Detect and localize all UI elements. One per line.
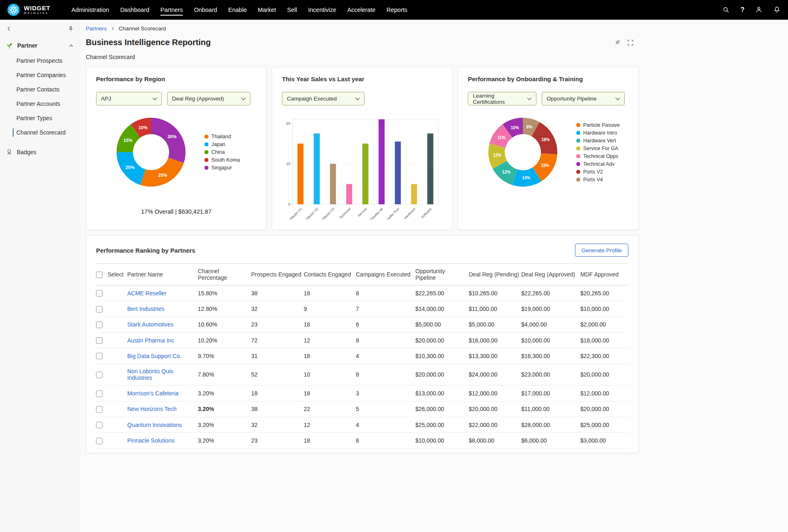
pin-icon[interactable] <box>68 26 74 32</box>
sales-select-value: Campaign Executed <box>287 96 337 102</box>
cell-channel: 3.20% <box>198 401 251 417</box>
bar-technical <box>346 184 352 204</box>
breadcrumb-current: Channel Scorecard <box>119 25 166 32</box>
sidebar-item-partner-companies[interactable]: Partner Companies <box>0 68 80 82</box>
cell-mdf: $12,000.00 <box>580 386 628 401</box>
legend-dot-singapur <box>204 166 208 170</box>
row-checkbox[interactable] <box>96 322 103 328</box>
cell-pipeline: $14,000.00 <box>415 301 469 317</box>
topnav-item-incentivize[interactable]: Incentivize <box>308 1 337 19</box>
sales-bar-chart: 01020Distributor V1Distributor V2Distrib… <box>282 116 442 219</box>
x-tick-label-reseller-alt: Reseller Alt <box>369 207 384 220</box>
legend-dot-ports-v4 <box>576 178 580 182</box>
partner-link-big-data-support-co[interactable]: Big Data Support Co. <box>127 353 181 359</box>
partner-link-quantum-innovations[interactable]: Quantum Innovations <box>127 422 182 428</box>
onboarding-metric-select[interactable]: Opportunity Pipeline <box>542 92 625 105</box>
partner-link-bert-industries[interactable]: Bert Industries <box>127 306 164 312</box>
table-row-morrison-s-cafeteria: Morrison's Cafeteria3.20%18183$13,000.00… <box>96 386 628 401</box>
sidebar-item-partner-contacts[interactable]: Partner Contacts <box>0 82 80 96</box>
topnav-item-onboard[interactable]: Onboard <box>194 1 217 19</box>
legend-dot-ports-v2 <box>576 170 580 174</box>
cell-mdf: $22,300.00 <box>580 348 628 364</box>
topnav-item-dashboard[interactable]: Dashboard <box>120 1 149 19</box>
breadcrumb-partners-link[interactable]: Partners <box>86 25 107 32</box>
row-checkbox[interactable] <box>96 390 103 397</box>
chevron-left-icon[interactable] <box>6 25 12 32</box>
cell-campaigns: 8 <box>356 364 415 386</box>
partner-link-non-lobortis-quis-industries[interactable]: Non Lobortis Quis Industries <box>127 368 173 381</box>
onboarding-donut-chart: 8%18%15%14%12%12%11%10% <box>487 116 559 188</box>
cell-select <box>96 301 127 317</box>
sidebar-item-partner-prospects[interactable]: Partner Prospects <box>0 54 80 68</box>
cell-select <box>96 332 127 348</box>
legend-item-hardware-vert: Hardware Vert <box>576 138 620 144</box>
search-icon[interactable] <box>722 6 730 14</box>
row-checkbox[interactable] <box>96 337 103 344</box>
sales-card: This Year Sales vs Last year Campaign Ex… <box>272 67 453 230</box>
topnav-item-reports[interactable]: Reports <box>387 1 408 19</box>
select-all-checkbox[interactable] <box>96 272 103 278</box>
cell-mdf: $20,000.00 <box>580 401 628 417</box>
cell-pipeline: $25,000.00 <box>415 417 469 433</box>
row-checkbox[interactable] <box>96 372 103 378</box>
partner-link-new-horizons-tech[interactable]: New Horizons Tech <box>127 406 176 412</box>
topnav-item-enable[interactable]: Enable <box>228 1 247 19</box>
cell-mdf: $20,265.00 <box>580 285 628 301</box>
onboarding-select[interactable]: Learning Certifications <box>468 92 536 105</box>
topnav-item-sell[interactable]: Sell <box>287 1 297 19</box>
expand-icon[interactable] <box>627 39 634 46</box>
chevron-down-icon <box>152 97 157 100</box>
partners-table-card: Performance Ranking by Partners Generate… <box>86 235 639 453</box>
cell-select <box>96 433 127 448</box>
row-checkbox[interactable] <box>96 438 103 444</box>
pin-page-icon[interactable] <box>613 38 622 47</box>
region-select[interactable]: APJ <box>96 92 162 105</box>
partner-link-morrison-s-cafeteria[interactable]: Morrison's Cafeteria <box>127 390 179 397</box>
partner-link-pinnacle-solutions[interactable]: Pinnacle Solutions <box>127 437 174 444</box>
topnav-item-administration[interactable]: Administration <box>71 1 109 19</box>
sidebar-item-channel-scorecard[interactable]: Channel Scorecard <box>0 126 80 139</box>
row-checkbox[interactable] <box>96 422 103 428</box>
bell-icon[interactable] <box>773 6 781 14</box>
cell-pipeline: $22,265.00 <box>415 285 469 301</box>
cell-prospects: 23 <box>251 433 304 448</box>
row-checkbox[interactable] <box>96 306 103 313</box>
legend-item-technical-adv: Technical Adv <box>576 161 620 167</box>
legend-item-singapur: Singapur <box>204 165 240 171</box>
y-tick-label: 10 <box>286 162 290 166</box>
sidebar-item-partner-types[interactable]: Partner Types <box>0 111 80 125</box>
bar-reseller-alt <box>378 119 385 204</box>
user-icon[interactable] <box>755 6 763 14</box>
cell-partner-name: Pinnacle Solutions <box>127 433 198 448</box>
row-checkbox[interactable] <box>96 290 103 297</box>
sales-select[interactable]: Campaign Executed <box>282 92 364 105</box>
donut-label-technical-adv: 10% <box>511 126 519 130</box>
cell-mdf: $18,000.00 <box>580 332 628 348</box>
row-checkbox[interactable] <box>96 406 103 413</box>
topnav-item-market[interactable]: Market <box>258 1 276 19</box>
sidebar-item-partner-accounts[interactable]: Partner Accounts <box>0 97 80 111</box>
breadcrumb: Partners Channel Scorecard <box>86 25 639 32</box>
cell-channel: 12.80% <box>198 301 251 317</box>
table-title: Performance Ranking by Partners <box>96 247 195 254</box>
row-checkbox[interactable] <box>96 353 103 359</box>
legend-label-hardware-vert: Hardware Vert <box>583 138 616 144</box>
cell-pipeline: $10,300.00 <box>415 348 469 364</box>
bar-distributor-v1 <box>298 144 304 204</box>
partner-link-austin-pharma-inc[interactable]: Austin Pharma Inc <box>127 337 174 344</box>
cell-mdf: $2,000.00 <box>580 317 628 332</box>
partner-link-stark-automotives[interactable]: Stark Automotives <box>127 321 174 328</box>
partner-link-acme-reseller[interactable]: ACME Reseller <box>127 290 167 297</box>
cell-campaigns: 4 <box>356 417 415 433</box>
cell-pending: $5,000.00 <box>469 317 521 332</box>
generate-profile-button[interactable]: Generate Profile <box>575 244 628 257</box>
cell-pending: $10,265.00 <box>469 285 521 301</box>
topnav-item-partners[interactable]: Partners <box>160 1 183 19</box>
topnav-item-accelerate[interactable]: Accelerate <box>347 1 376 19</box>
region-metric-select[interactable]: Deal Reg (Approved) <box>167 92 250 105</box>
chevron-down-icon <box>241 97 246 100</box>
sidebar-item-badges[interactable]: Badges <box>0 144 80 160</box>
bar-distributor-v3 <box>330 164 336 204</box>
sidebar-group-partner[interactable]: Partner <box>0 34 80 53</box>
help-icon[interactable]: ? <box>740 7 744 13</box>
